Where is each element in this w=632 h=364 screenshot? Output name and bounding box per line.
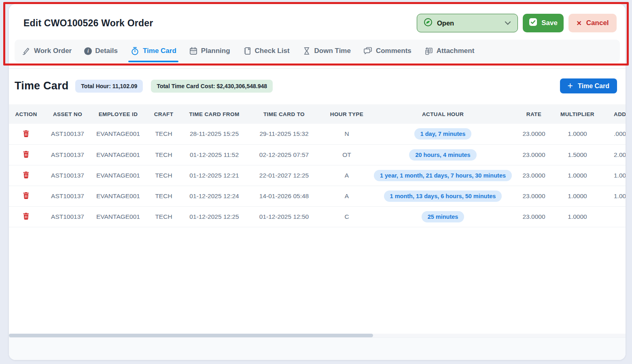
employee-id-cell: EVANTAGE001 [92,165,144,186]
action-cell [9,144,43,165]
multiplier-cell: 1.5000 [553,144,602,165]
time-card-from-cell: 28-11-2025 15:25 [183,124,246,144]
hour-type-cell: N [322,124,371,144]
table-header-row: ACTION ASSET NO EMPLOYEE ID CRAFT TIME C… [9,104,626,124]
actual-hour-cell: 20 hours, 4 minutes [371,144,515,165]
time-card-from-cell: 01-12-2025 12:21 [183,165,246,186]
stopwatch-icon [130,47,140,56]
hourglass-icon [302,47,311,55]
header-section: Edit CWO100526 Work Order Open Save [9,4,626,69]
work-order-edit-panel: Edit CWO100526 Work Order Open Save [9,4,626,360]
asset-no-cell: AST100137 [43,186,92,206]
col-header-action: ACTION [9,104,43,124]
asset-no-cell: AST100137 [43,206,92,227]
action-cell [9,206,43,227]
col-header-asset-no: ASSET NO [43,104,92,124]
timecard-table: ACTION ASSET NO EMPLOYEE ID CRAFT TIME C… [9,104,626,227]
employee-id-cell: EVANTAGE001 [92,186,144,206]
multiplier-cell: 1.0000 [553,124,602,144]
trash-icon [22,129,30,139]
time-card-from-cell: 01-12-2025 12:24 [183,186,246,206]
hour-type-cell: OT [322,144,371,165]
tab-time-card[interactable]: Time Card [130,40,176,62]
employee-id-cell: EVANTAGE001 [92,124,144,144]
multiplier-cell: 1.0000 [553,186,602,206]
page-title: Edit CWO100526 Work Order [23,18,153,29]
col-header-employee-id: EMPLOYEE ID [92,104,144,124]
tab-check-list[interactable]: Check List [243,40,290,62]
actual-hour-pill: 20 hours, 4 minutes [409,149,476,161]
craft-cell: TECH [144,165,183,186]
adder-cell: 2.0000 [602,144,626,165]
table-row: AST100137EVANTAGE001TECH01-12-2025 12:25… [9,206,626,227]
actual-hour-cell: 1 year, 1 month, 21 days, 7 hours, 30 mi… [371,165,515,186]
actual-hour-cell: 1 month, 13 days, 6 hours, 50 minutes [371,186,515,206]
active-tab-underline [128,61,178,62]
tab-bar: Work OrderiDetailsTime CardPlanningCheck… [15,40,620,62]
action-cell [9,165,43,186]
multiplier-cell: 1.0000 [553,165,602,186]
cancel-button[interactable]: ✕ Cancel [568,14,617,32]
actual-hour-pill: 1 day, 7 minutes [414,128,472,140]
horizontal-scrollbar-track[interactable] [9,334,626,337]
multiplier-cell: 1.0000 [553,206,602,227]
employee-id-cell: EVANTAGE001 [92,206,144,227]
tab-label: Work Order [34,47,72,55]
trash-icon [22,191,30,201]
horizontal-scrollbar-thumb[interactable] [9,334,373,337]
tab-details[interactable]: iDetails [84,40,118,62]
col-header-multiplier: MULTIPLIER [553,104,602,124]
tab-attachment[interactable]: Attachment [424,40,475,62]
save-button[interactable]: Save [523,14,564,32]
adder-cell [602,206,626,227]
x-icon: ✕ [576,19,581,27]
asset-no-cell: AST100137 [43,144,92,165]
hour-type-cell: A [322,186,371,206]
chevron-down-icon [505,21,511,25]
craft-cell: TECH [144,186,183,206]
trash-icon [22,150,30,159]
rate-cell: 23.0000 [515,206,553,227]
tab-label: Planning [201,47,230,55]
delete-row-button[interactable] [21,211,31,222]
time-card-to-cell: 29-11-2025 15:32 [246,124,322,144]
action-cell [9,124,43,144]
craft-cell: TECH [144,124,183,144]
time-card-to-cell: 02-12-2025 07:57 [246,144,322,165]
pen-icon [22,47,31,55]
calendar-icon [189,47,198,55]
tab-label: Down Time [314,47,351,55]
hour-type-cell: C [322,206,371,227]
delete-row-button[interactable] [21,149,31,160]
col-header-actual-hour: ACTUAL HOUR [371,104,515,124]
time-card-to-cell: 01-12-2025 12:50 [246,206,322,227]
delete-row-button[interactable] [21,170,31,181]
table-row: AST100137EVANTAGE001TECH01-12-2025 12:24… [9,186,626,206]
add-time-card-button[interactable]: + Time Card [560,78,617,93]
delete-row-button[interactable] [21,129,31,140]
table-row: AST100137EVANTAGE001TECH28-11-2025 15:25… [9,124,626,144]
asset-no-cell: AST100137 [43,124,92,144]
total-cost-badge: Total Time Card Cost: $2,430,306,548.948 [151,80,273,93]
tab-comments[interactable]: Comments [363,40,411,62]
table-row: AST100137EVANTAGE001TECH01-12-2025 12:21… [9,165,626,186]
adder-cell: 1.0000 [602,186,626,206]
rate-cell: 23.0000 [515,165,553,186]
rate-cell: 23.0000 [515,186,553,206]
actual-hour-cell: 1 day, 7 minutes [371,124,515,144]
time-card-to-cell: 14-01-2026 05:48 [246,186,322,206]
tab-down-time[interactable]: Down Time [302,40,351,62]
craft-cell: TECH [144,144,183,165]
tab-planning[interactable]: Planning [189,40,230,62]
tab-label: Attachment [437,47,475,55]
actual-hour-cell: 25 minutes [371,206,515,227]
status-open-leaf-icon [424,18,433,28]
status-dropdown[interactable]: Open [417,14,518,32]
col-header-adder: ADDER [602,104,626,124]
trash-icon [22,171,30,180]
tab-work-order[interactable]: Work Order [22,40,72,62]
delete-row-button[interactable] [21,190,31,201]
col-header-rate: RATE [515,104,553,124]
save-label: Save [541,19,558,27]
notebook-icon [243,47,252,55]
